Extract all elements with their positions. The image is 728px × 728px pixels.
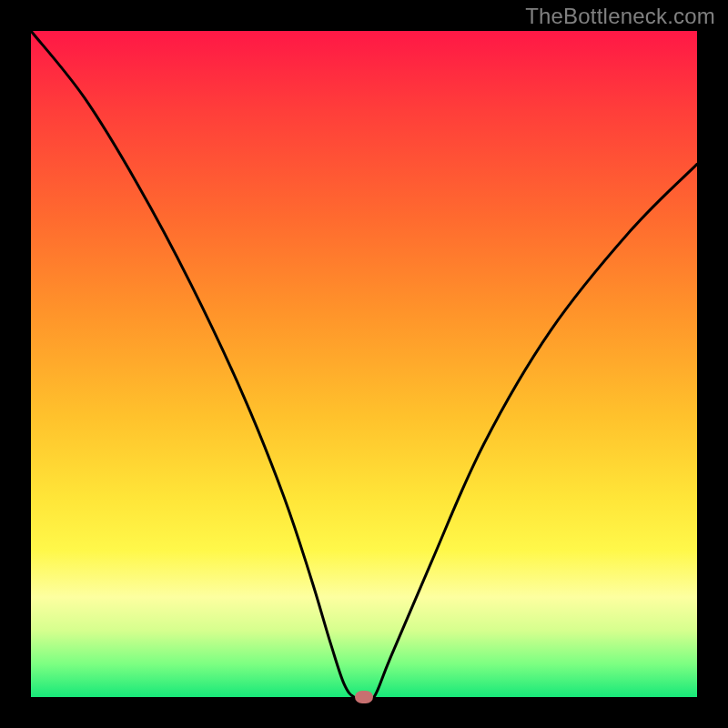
bottleneck-curve (31, 31, 697, 701)
curve-svg (31, 31, 697, 697)
chart-frame: TheBottleneck.com (0, 0, 728, 728)
watermark-text: TheBottleneck.com (525, 4, 715, 29)
plot-area (31, 31, 697, 697)
minimum-marker (355, 691, 373, 703)
